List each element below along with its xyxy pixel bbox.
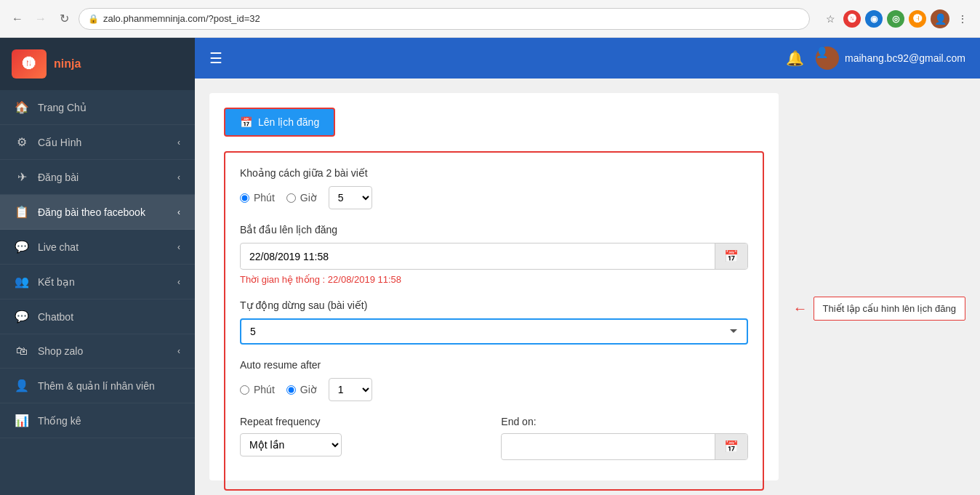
stats-icon: 📊 (15, 414, 29, 427)
ext-icon-3[interactable]: ◎ (887, 10, 904, 28)
system-time-label: Thời gian hệ thống : 22/08/2019 11:58 (240, 274, 748, 285)
sidebar-item-thong-ke[interactable]: 📊 Thống kê (0, 403, 195, 438)
sidebar-item-chatbot[interactable]: 💬 Chatbot (0, 299, 195, 334)
browser-bar: ← → ↻ 🔒 zalo.phanmemninja.com/?post_id=3… (0, 0, 980, 38)
ext-icon-4[interactable]: 🅗 (909, 10, 926, 28)
shop-icon: 🛍 (15, 345, 29, 358)
reload-button[interactable]: ↻ (55, 10, 73, 28)
facebook-post-icon: 📋 (15, 205, 29, 219)
chevron-right-icon: ‹ (177, 346, 180, 356)
menu-button[interactable]: ⋮ (954, 10, 971, 28)
interval-section: Khoảng cách giữa 2 bài viết Phút Giờ (240, 167, 748, 209)
bot-icon: 💬 (15, 310, 29, 323)
resume-gio-item: Giờ (286, 384, 317, 395)
repeat-section: Repeat frequency Một lần Hàng ngày Hàng … (240, 416, 748, 460)
auto-resume-section: Auto resume after Phút Giờ 1 (240, 359, 748, 401)
sidebar-item-them-quan-li[interactable]: 👤 Thêm & quản lí nhân viên (0, 369, 195, 403)
interval-phut-label: Phút (254, 192, 275, 204)
schedule-form-card: Khoảng cách giữa 2 bài viết Phút Giờ (224, 151, 764, 491)
end-on-calendar-button[interactable]: 📅 (715, 434, 747, 459)
content-panel: 📅 Lên lịch đăng Khoảng cách giữa 2 bài v… (209, 93, 779, 480)
schedule-button-label: Lên lịch đăng (258, 116, 319, 128)
interval-phut-radio[interactable] (240, 193, 249, 203)
auto-stop-label: Tự động dừng sau (bài viết) (240, 299, 748, 311)
sidebar-item-label: Thống kê (38, 415, 180, 427)
sidebar-item-label: Đăng bài (38, 172, 169, 183)
user-avatar: 👤 (816, 47, 839, 70)
sidebar-item-trang-chu[interactable]: 🏠 Trang Chủ (0, 90, 195, 125)
resume-phut-radio[interactable] (240, 385, 249, 395)
resume-gio-radio[interactable] (286, 385, 296, 395)
page-area: 📅 Lên lịch đăng Khoảng cách giữa 2 bài v… (195, 79, 980, 495)
sidebar: 🅝 ninja 🏠 Trang Chủ ⚙ Cấu Hình ‹ ✈ Đăng … (0, 38, 195, 495)
calendar-icon: 📅 (240, 116, 252, 128)
profile-avatar[interactable]: 👤 (931, 9, 949, 28)
sidebar-item-label: Thêm & quản lí nhân viên (38, 380, 180, 392)
browser-actions: ☆ 🅝 ◉ ◎ 🅗 👤 ⋮ (822, 9, 971, 28)
sidebar-item-dang-bai-theo-facebook[interactable]: 📋 Đăng bài theo facebook ‹ (0, 195, 195, 230)
sidebar-item-label: Kết bạn (38, 276, 169, 288)
ext-icon-2[interactable]: ◉ (865, 10, 883, 28)
navbar-right: 🔔 👤 maihang.bc92@gmail.com (786, 47, 965, 70)
bell-icon[interactable]: 🔔 (786, 49, 804, 67)
address-bar[interactable]: 🔒 zalo.phanmemninja.com/?post_id=32 (79, 8, 810, 30)
sidebar-item-label: Trang Chủ (38, 102, 180, 113)
start-label: Bắt đầu lên lịch đăng (240, 224, 748, 236)
resume-value-select[interactable]: 1 2 3 4 5 (329, 378, 372, 401)
resume-phut-item: Phút (240, 384, 275, 395)
end-on-col: End on: 📅 (501, 416, 747, 460)
sidebar-item-dang-bai[interactable]: ✈ Đăng bài ‹ (0, 160, 195, 195)
sidebar-item-shop-zalo[interactable]: 🛍 Shop zalo ‹ (0, 334, 195, 369)
bookmark-button[interactable]: ☆ (822, 10, 839, 28)
end-on-input[interactable] (502, 435, 714, 459)
sidebar-logo: 🅝 ninja (0, 38, 195, 90)
chevron-right-icon: ‹ (177, 242, 180, 252)
sidebar-item-ket-ban[interactable]: 👥 Kết bạn ‹ (0, 265, 195, 299)
auto-stop-select[interactable]: 5 1 2 3 4 6 7 8 9 10 (240, 318, 748, 345)
lock-icon: 🔒 (88, 14, 99, 24)
sidebar-item-live-chat[interactable]: 💬 Live chat ‹ (0, 230, 195, 265)
logo-icon: 🅝 (12, 49, 47, 79)
user-info: 👤 maihang.bc92@gmail.com (816, 47, 965, 70)
resume-radio-group: Phút Giờ 1 2 3 4 5 (240, 378, 748, 401)
auto-stop-section: Tự động dừng sau (bài viết) 5 1 2 3 4 6 … (240, 299, 748, 345)
interval-label: Khoảng cách giữa 2 bài viết (240, 167, 748, 179)
repeat-freq-select[interactable]: Một lần Hàng ngày Hàng tuần (240, 433, 342, 456)
top-navbar: ☰ 🔔 👤 maihang.bc92@gmail.com (195, 38, 980, 79)
sidebar-item-cau-hinh[interactable]: ⚙ Cấu Hình ‹ (0, 125, 195, 160)
home-icon: 🏠 (15, 100, 29, 114)
chevron-right-icon: ‹ (177, 137, 180, 148)
app-container: 🅝 ninja 🏠 Trang Chủ ⚙ Cấu Hình ‹ ✈ Đăng … (0, 38, 980, 495)
chevron-right-icon: ‹ (177, 207, 180, 217)
repeat-freq-col: Repeat frequency Một lần Hàng ngày Hàng … (240, 416, 486, 456)
annotation-area: ← Thiết lập cấu hình lên lịch đăng (793, 93, 965, 480)
user-email: maihang.bc92@gmail.com (845, 52, 965, 64)
schedule-button[interactable]: 📅 Lên lịch đăng (224, 108, 335, 137)
annotation-box: Thiết lập cấu hình lên lịch đăng (814, 297, 965, 321)
end-on-label: End on: (501, 416, 747, 427)
url-text: zalo.phanmemninja.com/?post_id=32 (103, 13, 260, 24)
radio-phut-item: Phút (240, 192, 275, 204)
forward-button[interactable]: → (32, 10, 49, 28)
chevron-right-icon: ‹ (177, 277, 180, 287)
repeat-row: Repeat frequency Một lần Hàng ngày Hàng … (240, 416, 748, 460)
sidebar-item-label: Shop zalo (38, 345, 169, 357)
ext-icon-1[interactable]: 🅝 (843, 10, 861, 28)
chevron-right-icon: ‹ (177, 172, 180, 182)
hamburger-icon[interactable]: ☰ (209, 49, 222, 67)
start-date-input-wrap: 📅 (240, 243, 748, 270)
repeat-freq-label: Repeat frequency (240, 416, 486, 427)
logo-text: ninja (54, 57, 81, 71)
interval-gio-radio[interactable] (286, 193, 296, 203)
interval-radio-group: Phút Giờ 5 1 2 3 4 (240, 186, 748, 209)
end-on-input-wrap: 📅 (501, 433, 747, 460)
interval-value-select[interactable]: 5 1 2 3 4 6 7 8 9 10 (329, 186, 372, 209)
sidebar-item-label: Live chat (38, 241, 169, 253)
gear-icon: ⚙ (15, 135, 29, 149)
main-content: ☰ 🔔 👤 maihang.bc92@gmail.com 📅 Lên lịch … (195, 38, 980, 495)
back-button[interactable]: ← (9, 10, 26, 28)
start-calendar-button[interactable]: 📅 (715, 244, 747, 269)
start-datetime-input[interactable] (241, 245, 715, 268)
arrow-left-icon: ← (793, 300, 808, 317)
sidebar-item-label: Cấu Hình (38, 137, 169, 148)
